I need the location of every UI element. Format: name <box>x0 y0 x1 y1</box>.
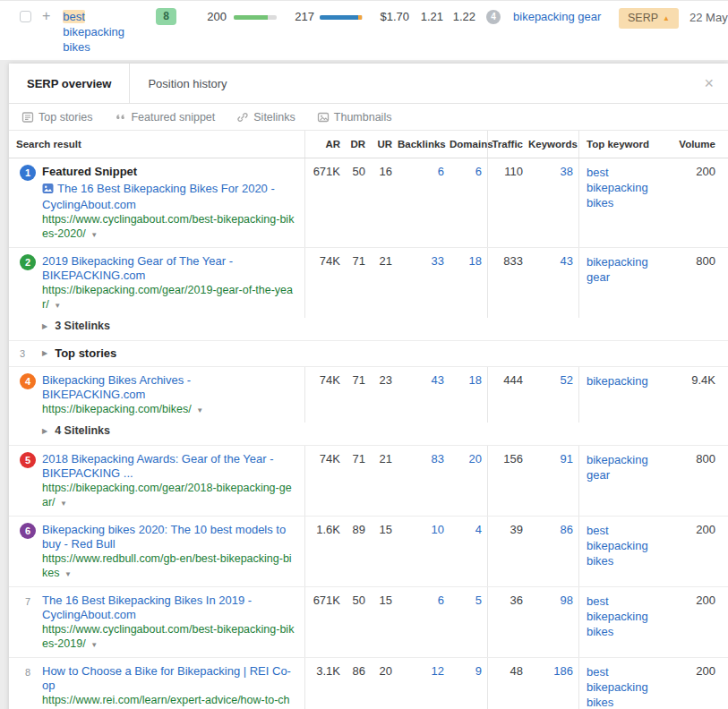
domains-value[interactable]: 5 <box>450 587 487 657</box>
backlinks-value[interactable]: 43 <box>398 367 450 423</box>
domains-value[interactable]: 18 <box>450 248 487 318</box>
ur-value: 20 <box>371 658 398 709</box>
volume-bar-fill <box>234 15 268 20</box>
top-keyword-link[interactable]: bikepacking <box>587 373 648 389</box>
col-keywords[interactable]: Keywords <box>528 131 578 158</box>
close-icon[interactable]: × <box>704 75 714 91</box>
keywords-value[interactable]: 86 <box>528 517 578 586</box>
top-keyword-link[interactable]: bikepacking gear <box>587 254 661 285</box>
panel-tabbar: SERP overview Position history × <box>9 64 728 104</box>
top-keyword-link[interactable]: best bikepacking bikes <box>587 523 661 568</box>
tab-serp-overview[interactable]: SERP overview <box>9 64 130 103</box>
col-ur[interactable]: UR <box>371 131 398 158</box>
url-dropdown-icon[interactable]: ▼ <box>90 641 98 649</box>
ar-value: 74K <box>304 446 346 516</box>
top-keyword-link[interactable]: best bikepacking bikes <box>587 594 661 639</box>
toolbar-item-thumbnails[interactable]: Thumbnails <box>317 111 392 124</box>
ar-value: 1.6K <box>304 517 346 586</box>
keywords-value[interactable]: 43 <box>528 248 578 318</box>
position-badge: 4 <box>20 373 36 389</box>
result-url[interactable]: https://www.cyclingabout.com/best-bikepa… <box>42 212 295 243</box>
volume-value: 200 <box>187 8 227 25</box>
thumbnail-icon <box>42 183 54 198</box>
ar-value: 671K <box>304 587 346 657</box>
top-keyword-link[interactable]: bikepacking gear <box>587 452 661 483</box>
result-url[interactable]: https://www.redbull.com/gb-en/best-bikep… <box>42 551 295 582</box>
keywords-value[interactable]: 52 <box>528 367 578 423</box>
traffic-value: 444 <box>487 367 528 423</box>
tab-position-history[interactable]: Position history <box>130 64 244 103</box>
serp-result-row: 7 The 16 Best Bikepacking Bikes In 2019 … <box>9 587 728 658</box>
volume-value: 800 <box>670 248 728 318</box>
domains-value[interactable]: 20 <box>450 446 487 516</box>
parent-topic-link[interactable]: bikepacking gear <box>513 8 606 25</box>
dr-value: 71 <box>346 248 371 318</box>
backlinks-value[interactable]: 83 <box>398 446 450 516</box>
add-icon[interactable]: + <box>42 8 50 24</box>
result-title-link[interactable]: Bikepacking bikes 2020: The 10 best mode… <box>42 523 295 551</box>
backlinks-value[interactable]: 12 <box>398 658 450 709</box>
traffic-value: 39 <box>487 517 528 586</box>
row-checkbox[interactable] <box>20 11 31 22</box>
result-title-link[interactable]: The 16 Best Bikepacking Bikes In 2019 - … <box>42 594 295 622</box>
keywords-value[interactable]: 98 <box>528 587 578 657</box>
sitelinks-toggle[interactable]: ▶ 4 Sitelinks <box>9 423 728 445</box>
result-url[interactable]: https://www.cyclingabout.com/best-bikepa… <box>42 622 295 653</box>
backlinks-value[interactable]: 6 <box>398 158 450 247</box>
ur-value: 23 <box>371 367 398 423</box>
keywords-value[interactable]: 91 <box>528 446 578 516</box>
result-url[interactable]: https://bikepacking.com/bikes/ ▼ <box>42 402 295 418</box>
domains-value[interactable]: 9 <box>450 658 487 709</box>
keywords-value[interactable]: 186 <box>528 658 578 709</box>
domains-value[interactable]: 4 <box>450 517 487 586</box>
keywords-value[interactable]: 38 <box>528 158 578 247</box>
table-header: Search result AR DR UR Backlinks Domains… <box>9 131 728 158</box>
col-ar[interactable]: AR <box>304 131 346 158</box>
domains-value[interactable]: 18 <box>450 367 487 423</box>
featured-snippet-icon <box>114 111 126 124</box>
backlinks-value[interactable]: 6 <box>398 587 450 657</box>
url-dropdown-icon[interactable]: ▼ <box>90 231 98 239</box>
backlinks-value[interactable]: 10 <box>398 517 450 586</box>
keyword-link[interactable]: best bikepacking bikes <box>63 9 149 55</box>
serp-features-badge: 4 <box>486 10 501 24</box>
toolbar-item-featured-snippet[interactable]: Featured snippet <box>114 111 215 124</box>
result-url[interactable]: https://bikepacking.com/gear/2018-bikepa… <box>42 481 295 511</box>
url-dropdown-icon[interactable]: ▼ <box>196 406 203 414</box>
col-volume[interactable]: Volume <box>670 131 728 158</box>
ar-value: 74K <box>304 248 346 318</box>
ar-value: 671K <box>304 158 346 247</box>
result-url[interactable]: https://www.rei.com/learn/expert-advice/… <box>42 693 295 709</box>
url-dropdown-icon[interactable]: ▼ <box>60 500 67 508</box>
col-search-result[interactable]: Search result <box>9 131 304 158</box>
result-title-link[interactable]: 2018 Bikepacking Awards: Gear of the Yea… <box>42 452 295 481</box>
position-badge: 7 <box>20 594 36 610</box>
toolbar-item-sitelinks[interactable]: Sitelinks <box>236 111 295 124</box>
result-title-link[interactable]: How to Choose a Bike for Bikepacking | R… <box>42 664 295 693</box>
sitelinks-label: 3 Sitelinks <box>55 320 110 332</box>
result-url[interactable]: https://bikepacking.com/gear/2019-gear-o… <box>42 283 295 313</box>
serp-features-toolbar: Top stories Featured snippet Sitelinks T… <box>9 104 728 131</box>
url-dropdown-icon[interactable]: ▼ <box>64 570 72 578</box>
col-domains[interactable]: Domains <box>450 131 487 158</box>
col-top-keyword[interactable]: Top keyword <box>578 131 670 158</box>
result-title-link[interactable]: Bikepacking Bikes Archives - BIKEPACKING… <box>42 373 295 402</box>
toolbar-item-top-stories[interactable]: Top stories <box>21 111 92 124</box>
serp-toggle-button[interactable]: SERP▲ <box>619 8 679 29</box>
col-backlinks[interactable]: Backlinks <box>398 131 450 158</box>
dr-value: 50 <box>346 158 371 247</box>
result-title-link[interactable]: 2019 Bikepacking Gear of The Year - BIKE… <box>42 254 295 283</box>
top-keyword-link[interactable]: best bikepacking bikes <box>587 165 661 210</box>
top-keyword-link[interactable]: best bikepacking bikes <box>587 664 661 709</box>
col-traffic[interactable]: Traffic <box>487 131 528 158</box>
result-title-link[interactable]: The 16 Best Bikepacking Bikes For 2020 -… <box>42 182 295 212</box>
url-dropdown-icon[interactable]: ▼ <box>54 302 61 310</box>
position-badge: 8 <box>156 8 176 25</box>
serp-result-row: 8 How to Choose a Bike for Bikepacking |… <box>9 658 728 709</box>
thumbnails-icon <box>317 111 330 124</box>
sitelinks-toggle[interactable]: ▶ 3 Sitelinks <box>9 318 728 340</box>
serp-group-row[interactable]: 3 ▶ Top stories <box>9 341 728 367</box>
backlinks-value[interactable]: 33 <box>398 248 450 318</box>
domains-value[interactable]: 6 <box>450 158 487 247</box>
col-dr[interactable]: DR <box>346 131 371 158</box>
